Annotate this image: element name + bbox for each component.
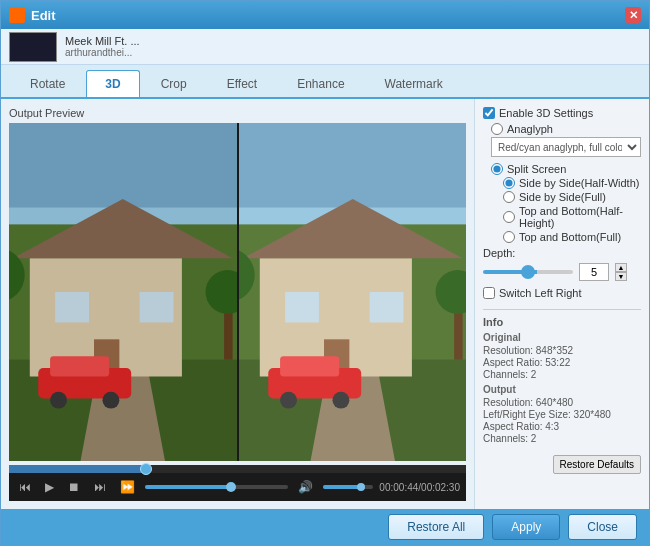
video-frame xyxy=(9,123,466,461)
svg-point-30 xyxy=(280,392,297,409)
orig-aspect: Aspect Ratio: 53:22 xyxy=(483,357,641,368)
svg-rect-7 xyxy=(55,292,89,322)
anaglyph-radio[interactable] xyxy=(491,123,503,135)
svg-rect-34 xyxy=(454,309,462,360)
right-panel: Enable 3D Settings Anaglyph Red/cyan ana… xyxy=(474,99,649,509)
top-bottom-half-row: Top and Bottom(Half-Height) xyxy=(483,205,641,229)
title-bar: Edit ✕ xyxy=(1,1,649,29)
video-right xyxy=(239,123,467,461)
close-window-button[interactable]: ✕ xyxy=(625,7,641,23)
skip-end-button[interactable]: ⏭ xyxy=(90,478,110,496)
progress-thumb[interactable] xyxy=(226,482,236,492)
switch-left-right-label[interactable]: Switch Left Right xyxy=(499,287,582,299)
orig-channels: Channels: 2 xyxy=(483,369,641,380)
restore-defaults-button[interactable]: Restore Defaults xyxy=(553,455,641,474)
svg-rect-26 xyxy=(369,292,403,322)
switch-left-right-checkbox[interactable] xyxy=(483,287,495,299)
anaglyph-dropdown[interactable]: Red/cyan anaglyph, full color xyxy=(491,137,641,157)
apply-button[interactable]: Apply xyxy=(492,514,560,540)
depth-slider[interactable] xyxy=(483,270,573,274)
settings-section: Enable 3D Settings Anaglyph Red/cyan ana… xyxy=(483,107,641,299)
top-bottom-full-radio[interactable] xyxy=(503,231,515,243)
video-left xyxy=(9,123,237,461)
volume-fill xyxy=(323,485,361,489)
svg-rect-25 xyxy=(285,292,319,322)
preview-area: Output Preview xyxy=(1,99,474,509)
split-screen-label[interactable]: Split Screen xyxy=(507,163,566,175)
top-bottom-half-radio[interactable] xyxy=(503,211,515,223)
enable-3d-row: Enable 3D Settings xyxy=(483,107,641,119)
enable-3d-label[interactable]: Enable 3D Settings xyxy=(499,107,593,119)
top-bottom-half-label[interactable]: Top and Bottom(Half-Height) xyxy=(519,205,641,229)
svg-rect-8 xyxy=(140,292,174,322)
bottom-bar: Restore All Apply Close xyxy=(1,509,649,545)
side-half-row: Side by Side(Half-Width) xyxy=(483,177,641,189)
orig-resolution: Resolution: 848*352 xyxy=(483,345,641,356)
depth-decrement-button[interactable]: ▼ xyxy=(615,272,627,281)
tabs-bar: Rotate 3D Crop Effect Enhance Watermark xyxy=(1,65,649,99)
stop-button[interactable]: ⏹ xyxy=(64,478,84,496)
depth-value: 5 xyxy=(579,263,609,281)
tab-enhance[interactable]: Enhance xyxy=(278,70,363,97)
depth-increment-button[interactable]: ▲ xyxy=(615,263,627,272)
out-channels: Channels: 2 xyxy=(483,433,641,444)
seek-thumb[interactable] xyxy=(140,463,152,475)
switch-left-right-row: Switch Left Right xyxy=(483,287,641,299)
svg-rect-11 xyxy=(50,356,109,376)
main-content: Output Preview xyxy=(1,99,649,509)
next-frame-button[interactable]: ⏩ xyxy=(116,478,139,496)
main-progress-bar[interactable] xyxy=(145,485,288,489)
info-section: Info Original Resolution: 848*352 Aspect… xyxy=(483,309,641,445)
edit-window: Edit ✕ Meek Mill Ft. ... arthurandthei..… xyxy=(0,0,650,546)
svg-point-31 xyxy=(332,392,349,409)
out-resolution: Resolution: 640*480 xyxy=(483,397,641,408)
side-by-side-half-radio[interactable] xyxy=(503,177,515,189)
skip-start-button[interactable]: ⏮ xyxy=(15,478,35,496)
volume-icon[interactable]: 🔊 xyxy=(294,478,317,496)
restore-all-button[interactable]: Restore All xyxy=(388,514,484,540)
anaglyph-dropdown-row: Red/cyan anaglyph, full color xyxy=(491,137,641,157)
depth-label: Depth: xyxy=(483,247,641,259)
tab-rotate[interactable]: Rotate xyxy=(11,70,84,97)
side-by-side-full-radio[interactable] xyxy=(503,191,515,203)
svg-point-13 xyxy=(102,392,119,409)
tab-effect[interactable]: Effect xyxy=(208,70,276,97)
side-by-side-full-label[interactable]: Side by Side(Full) xyxy=(519,191,606,203)
app-icon xyxy=(9,7,25,23)
out-aspect: Aspect Ratio: 4:3 xyxy=(483,421,641,432)
close-button[interactable]: Close xyxy=(568,514,637,540)
info-section-title: Info xyxy=(483,316,641,328)
anaglyph-label[interactable]: Anaglyph xyxy=(507,123,553,135)
file-thumbnail xyxy=(9,32,57,62)
enable-3d-checkbox[interactable] xyxy=(483,107,495,119)
play-button[interactable]: ▶ xyxy=(41,478,58,496)
file-info: Meek Mill Ft. ... arthurandthei... xyxy=(65,35,140,58)
volume-thumb[interactable] xyxy=(357,483,365,491)
split-screen-radio[interactable] xyxy=(491,163,503,175)
time-display: 00:00:44/00:02:30 xyxy=(379,482,460,493)
controls-bar: ⏮ ▶ ⏹ ⏭ ⏩ 🔊 00:00:44/00:02:30 xyxy=(9,473,466,501)
split-screen-row: Split Screen xyxy=(483,163,641,175)
svg-rect-16 xyxy=(224,309,232,360)
progress-fill xyxy=(145,485,231,489)
file-name: Meek Mill Ft. ... xyxy=(65,35,140,47)
anaglyph-row: Anaglyph xyxy=(483,123,641,135)
svg-point-12 xyxy=(50,392,67,409)
depth-spinners: ▲ ▼ xyxy=(615,263,627,281)
window-title: Edit xyxy=(31,8,625,23)
file-sub: arthurandthei... xyxy=(65,47,140,58)
top-bottom-full-label[interactable]: Top and Bottom(Full) xyxy=(519,231,621,243)
side-full-row: Side by Side(Full) xyxy=(483,191,641,203)
seek-bar[interactable] xyxy=(9,465,466,473)
original-label: Original xyxy=(483,332,641,343)
video-content xyxy=(9,123,466,461)
preview-label: Output Preview xyxy=(9,107,466,119)
top-bottom-full-row: Top and Bottom(Full) xyxy=(483,231,641,243)
side-by-side-half-label[interactable]: Side by Side(Half-Width) xyxy=(519,177,639,189)
tab-watermark[interactable]: Watermark xyxy=(366,70,462,97)
tab-3d[interactable]: 3D xyxy=(86,70,139,97)
tab-crop[interactable]: Crop xyxy=(142,70,206,97)
volume-bar[interactable] xyxy=(323,485,373,489)
out-eye-size: Left/Right Eye Size: 320*480 xyxy=(483,409,641,420)
depth-section: Depth: 5 ▲ ▼ xyxy=(483,247,641,281)
